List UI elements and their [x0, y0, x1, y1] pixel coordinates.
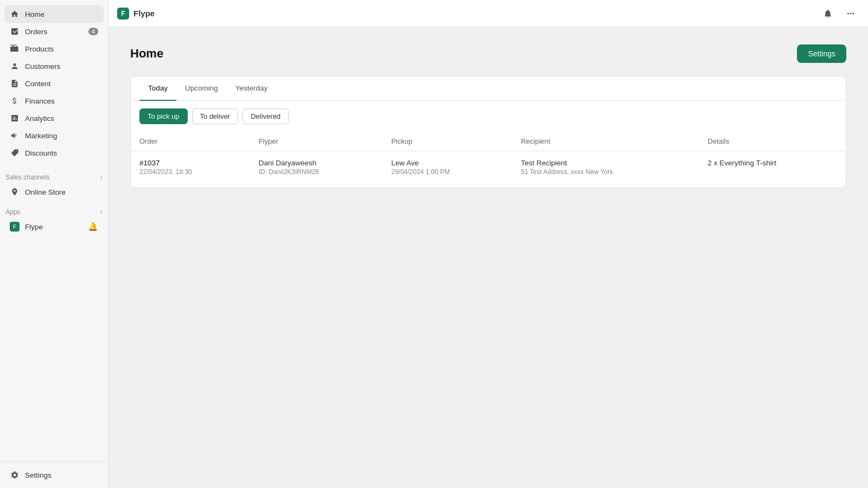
- col-details: Details: [699, 132, 846, 151]
- sidebar-item-marketing[interactable]: Marketing: [4, 127, 104, 144]
- cell-order: #1037 22/04/2023, 18:30: [131, 151, 250, 184]
- orders-table-wrap: Order Flyper Pickup Recipient Details #1…: [131, 132, 846, 188]
- finances-icon: [10, 96, 20, 106]
- home-icon: [10, 9, 20, 19]
- filter-delivered[interactable]: Delivered: [242, 108, 289, 124]
- page-header: Home Settings: [130, 44, 846, 63]
- filter-row: To pick up To deliver Delivered: [131, 101, 846, 132]
- page-title: Home: [130, 47, 163, 61]
- more-options-button[interactable]: [842, 5, 859, 22]
- sidebar-nav: Home Orders 4 Products Customers Conte: [0, 0, 108, 166]
- apps-chevron[interactable]: ›: [100, 208, 103, 216]
- header-logo: F Flype: [117, 8, 155, 20]
- discounts-icon: [10, 148, 20, 158]
- sidebar-item-orders[interactable]: Orders 4: [4, 23, 104, 40]
- sidebar-item-content[interactable]: Content: [4, 75, 104, 92]
- main-wrapper: F Flype Home Settings Today Upcomi: [108, 0, 868, 488]
- sidebar-item-customers[interactable]: Customers: [4, 57, 104, 75]
- marketing-icon: [10, 131, 20, 140]
- sidebar-item-analytics[interactable]: Analytics: [4, 110, 104, 127]
- table-row[interactable]: #1037 22/04/2023, 18:30 Dani Daryaweesh …: [131, 151, 846, 184]
- settings-button[interactable]: Settings: [797, 44, 846, 63]
- online-store-icon: [10, 187, 20, 197]
- col-order: Order: [131, 132, 250, 151]
- top-header: F Flype: [108, 0, 868, 27]
- sidebar-item-flype[interactable]: F Flype 🔔: [4, 218, 104, 235]
- cell-recipient: Test Recipient 51 Test Address, xxxx New…: [512, 151, 699, 184]
- products-icon: [10, 44, 20, 54]
- tab-upcoming[interactable]: Upcoming: [176, 76, 227, 101]
- apps-section: Apps ›: [0, 201, 108, 218]
- customers-icon: [10, 61, 20, 71]
- sidebar-item-discounts[interactable]: Discounts: [4, 144, 104, 162]
- main-card: Today Upcoming Yesterday To pick up To d…: [130, 76, 846, 188]
- flype-logo-icon: F: [117, 8, 129, 20]
- sidebar-footer: Settings: [0, 461, 108, 488]
- col-flyper: Flyper: [250, 132, 383, 151]
- sidebar-item-settings[interactable]: Settings: [4, 466, 104, 484]
- tab-today[interactable]: Today: [139, 76, 176, 101]
- tab-yesterday[interactable]: Yesterday: [227, 76, 277, 101]
- header-app-name: Flype: [133, 9, 155, 18]
- filter-to-pick-up[interactable]: To pick up: [139, 108, 188, 124]
- flype-bell-icon[interactable]: 🔔: [88, 222, 98, 232]
- settings-icon: [10, 470, 20, 480]
- cell-details: 2 x Everything T-shirt: [699, 151, 846, 184]
- tab-bar: Today Upcoming Yesterday: [131, 76, 846, 101]
- cell-flyper: Dani Daryaweesh ID: Danii2K3IRNM28: [250, 151, 383, 184]
- sales-channels-section: Sales channels ›: [0, 166, 108, 183]
- sales-channels-chevron[interactable]: ›: [100, 174, 103, 181]
- col-pickup: Pickup: [382, 132, 512, 151]
- orders-table: Order Flyper Pickup Recipient Details #1…: [131, 132, 846, 183]
- header-actions: [819, 5, 859, 22]
- analytics-icon: [10, 113, 20, 123]
- cell-pickup: Lew Ave 29/04/2024 1:00 PM: [382, 151, 512, 184]
- orders-icon: [10, 27, 20, 36]
- sidebar-item-online-store[interactable]: Online Store: [4, 183, 104, 201]
- sidebar: Home Orders 4 Products Customers Conte: [0, 0, 108, 488]
- content-icon: [10, 79, 20, 88]
- main-content: Home Settings Today Upcoming Yesterday T…: [108, 27, 868, 488]
- sidebar-item-finances[interactable]: Finances: [4, 92, 104, 110]
- sidebar-item-products[interactable]: Products: [4, 40, 104, 57]
- notification-button[interactable]: [819, 5, 837, 22]
- filter-to-deliver[interactable]: To deliver: [192, 108, 239, 124]
- sidebar-item-home[interactable]: Home: [4, 5, 104, 23]
- flype-app-icon: F: [10, 222, 20, 232]
- col-recipient: Recipient: [512, 132, 699, 151]
- orders-badge: 4: [88, 28, 98, 35]
